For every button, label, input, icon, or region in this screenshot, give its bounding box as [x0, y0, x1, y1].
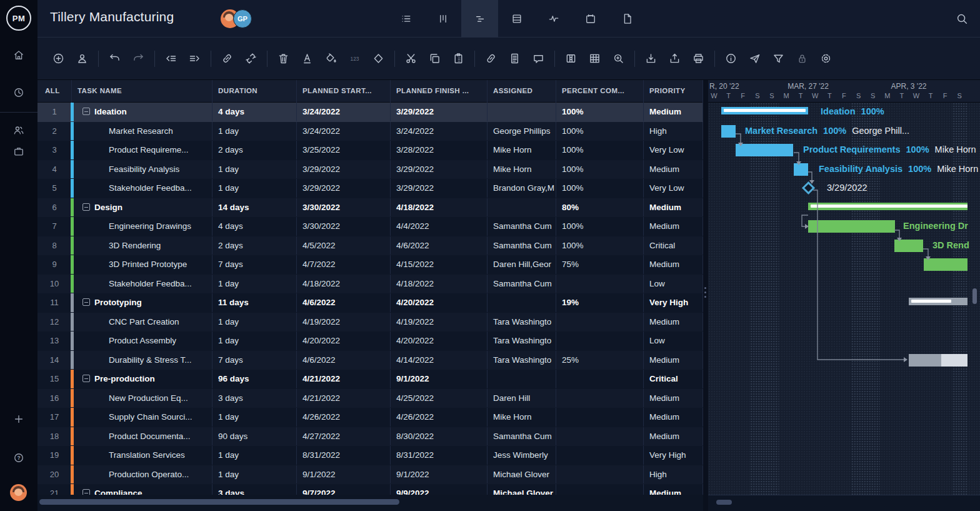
percent-complete-cell[interactable]: 25%	[556, 351, 644, 370]
duration-cell[interactable]: 2 days	[212, 236, 297, 255]
planned-start-cell[interactable]: 3/25/2022	[297, 141, 391, 159]
duration-cell[interactable]: 1 day	[212, 408, 297, 427]
table-row[interactable]: 83D Rendering2 days4/5/20224/6/2022Saman…	[38, 236, 703, 256]
table-horizontal-scrollbar[interactable]	[38, 495, 703, 511]
priority-cell[interactable]: Critical	[644, 236, 703, 255]
outdent-button[interactable]	[164, 52, 178, 65]
assigned-cell[interactable]: Tara Washingto	[488, 331, 556, 350]
cut-button[interactable]	[404, 52, 418, 65]
column-header[interactable]: DURATION	[212, 80, 297, 103]
planned-finish-cell[interactable]: 4/15/2022	[391, 255, 488, 274]
planned-start-cell[interactable]: 4/18/2022	[297, 275, 391, 293]
planned-finish-cell[interactable]: 4/20/2022	[391, 331, 488, 350]
task-name-cell[interactable]: Pre-production	[72, 370, 212, 388]
duration-cell[interactable]: 4 days	[212, 217, 297, 236]
task-name-cell[interactable]: Translation Services	[72, 446, 212, 465]
copy-button[interactable]	[428, 52, 441, 65]
priority-cell[interactable]: Medium	[644, 198, 703, 217]
task-name-cell[interactable]: Product Assembly	[72, 331, 212, 350]
planned-start-cell[interactable]: 8/31/2022	[297, 446, 391, 465]
duration-cell[interactable]: 90 days	[212, 427, 297, 446]
task-name-cell[interactable]: Durability & Stress T...	[72, 351, 212, 370]
table-row[interactable]: 14Durability & Stress T...7 days4/6/2022…	[38, 351, 703, 370]
planned-finish-cell[interactable]: 9/1/2022	[391, 370, 488, 388]
percent-complete-cell[interactable]: 100%	[556, 217, 644, 236]
planned-finish-cell[interactable]: 4/20/2022	[391, 293, 488, 312]
assigned-cell[interactable]: Mike Horn	[488, 408, 556, 427]
home-icon[interactable]	[12, 49, 25, 61]
percent-complete-cell[interactable]: 75%	[556, 255, 644, 274]
table-row[interactable]: 19Translation Services1 day8/31/20228/31…	[38, 446, 703, 465]
duration-cell[interactable]: 96 days	[212, 370, 297, 388]
share-button[interactable]	[748, 52, 761, 65]
task-name-cell[interactable]: Engineering Drawings	[72, 217, 212, 236]
duration-cell[interactable]: 1 day	[212, 331, 297, 350]
priority-cell[interactable]: Medium	[644, 217, 703, 236]
indent-button[interactable]	[188, 52, 201, 65]
column-header[interactable]: PERCENT COM...	[556, 80, 644, 103]
priority-cell[interactable]: Medium	[644, 389, 703, 408]
delete-button[interactable]	[277, 52, 290, 65]
planned-finish-cell[interactable]: 4/19/2022	[391, 313, 488, 331]
planned-finish-cell[interactable]: 8/30/2022	[391, 427, 488, 446]
task-name-cell[interactable]: Stakeholder Feedba...	[72, 179, 212, 198]
duration-cell[interactable]: 1 day	[212, 160, 297, 179]
lock-button[interactable]	[796, 52, 809, 65]
duration-cell[interactable]: 1 day	[212, 465, 297, 484]
table-row[interactable]: 4Feasibility Analysis1 day3/29/20223/29/…	[38, 160, 703, 180]
task-name-cell[interactable]: CNC Part Creation	[72, 313, 212, 331]
task-name-cell[interactable]: Compliance	[72, 484, 212, 495]
priority-cell[interactable]: Medium	[644, 484, 703, 495]
planned-finish-cell[interactable]: 4/25/2022	[391, 389, 488, 408]
plus-icon[interactable]	[12, 413, 25, 425]
import-button[interactable]	[644, 52, 658, 65]
tab-sheet-view[interactable]	[498, 0, 535, 38]
task-name-cell[interactable]: Stakeholder Feedba...	[72, 275, 212, 293]
info-button[interactable]	[724, 52, 738, 65]
attachment-button[interactable]	[484, 52, 498, 65]
assigned-cell[interactable]	[488, 103, 556, 121]
assigned-cell[interactable]: Daren Hill,Geor	[488, 255, 556, 274]
zoom-in-button[interactable]	[612, 52, 625, 65]
assigned-cell[interactable]: Samantha Cum	[488, 217, 556, 236]
percent-complete-cell[interactable]	[556, 313, 644, 331]
assigned-cell[interactable]: George Phillips	[488, 122, 556, 141]
column-header[interactable]: PLANNED FINISH ...	[391, 80, 488, 103]
redo-button[interactable]	[132, 52, 145, 65]
tab-activity-view[interactable]	[535, 0, 572, 38]
notes-button[interactable]	[508, 52, 521, 65]
assigned-cell[interactable]: Tara Washingto	[488, 351, 556, 370]
planned-start-cell[interactable]: 9/7/2022	[297, 484, 391, 495]
percent-complete-cell[interactable]	[556, 446, 644, 465]
priority-cell[interactable]: Very Low	[644, 179, 703, 198]
planned-start-cell[interactable]: 3/24/2022	[297, 103, 391, 121]
gantt-vertical-scrollbar[interactable]	[972, 288, 977, 304]
planned-finish-cell[interactable]: 9/9/2022	[391, 484, 488, 495]
percent-complete-cell[interactable]: 100%	[556, 103, 644, 121]
planned-finish-cell[interactable]: 3/29/2022	[391, 179, 488, 198]
percent-complete-cell[interactable]	[556, 370, 644, 388]
planned-start-cell[interactable]: 4/26/2022	[297, 408, 391, 427]
percent-complete-cell[interactable]	[556, 275, 644, 293]
duration-cell[interactable]: 3 days	[212, 484, 297, 495]
planned-start-cell[interactable]: 4/21/2022	[297, 370, 391, 388]
duration-cell[interactable]: 4 days	[212, 103, 297, 121]
percent-complete-cell[interactable]: 100%	[556, 160, 644, 179]
priority-cell[interactable]: High	[644, 465, 703, 484]
planned-start-cell[interactable]: 9/1/2022	[297, 465, 391, 484]
planned-start-cell[interactable]: 3/30/2022	[297, 198, 391, 217]
percent-complete-cell[interactable]: 100%	[556, 141, 644, 159]
planned-start-cell[interactable]: 3/29/2022	[297, 179, 391, 198]
assigned-cell[interactable]: Tara Washingto	[488, 313, 556, 331]
split-columns-button[interactable]	[564, 52, 578, 65]
task-name-cell[interactable]: Design	[72, 198, 212, 217]
clock-icon[interactable]	[12, 86, 25, 99]
table-row[interactable]: 5Stakeholder Feedba...1 day3/29/20223/29…	[38, 179, 703, 198]
planned-finish-cell[interactable]: 3/28/2022	[391, 141, 488, 159]
task-name-cell[interactable]: Product Requireme...	[72, 141, 212, 159]
assigned-cell[interactable]: Samantha Cum	[488, 275, 556, 293]
pm-logo[interactable]: PM	[6, 6, 31, 31]
duration-cell[interactable]: 11 days	[212, 293, 297, 312]
priority-cell[interactable]: Medium	[644, 255, 703, 274]
table-row[interactable]: 93D Printed Prototype7 days4/7/20224/15/…	[38, 255, 703, 275]
